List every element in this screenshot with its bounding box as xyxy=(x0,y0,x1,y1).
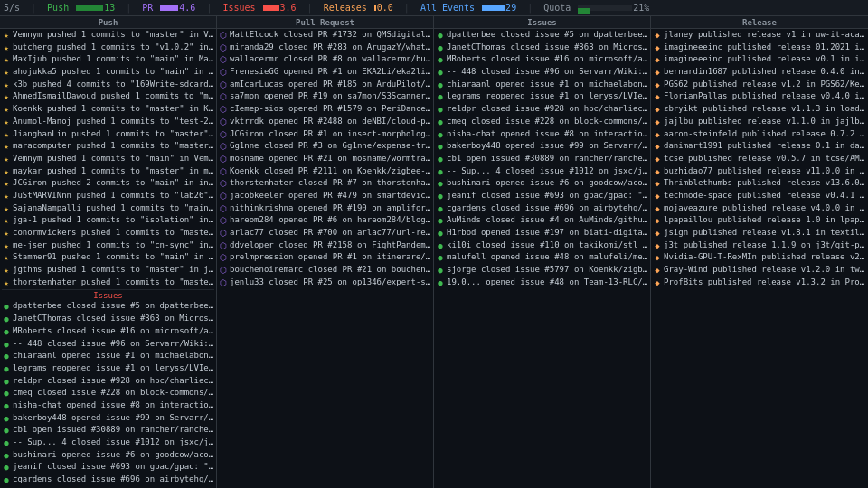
item-icon: ★ xyxy=(2,31,11,42)
list-item: ★JianghanLin pushed 1 commits to "master… xyxy=(2,129,214,141)
item-text: danimart1991 published release 0.1 in da… xyxy=(664,141,866,152)
item-icon: ● xyxy=(436,55,445,66)
releases-bar: 0.0 xyxy=(374,3,393,13)
item-text: Vemnym pushed 1 commits to "master" in V… xyxy=(13,30,214,41)
item-text: cgardens closed issue #696 on airbytehq/… xyxy=(13,474,214,485)
list-item: ●AuMinds closed issue #4 on AuMinds/gith… xyxy=(436,215,648,227)
item-icon: ★ xyxy=(2,167,11,178)
item-text: arlac77 closed PR #700 on arlac77/url-re… xyxy=(230,228,431,239)
item-text: Thrimblethumbs published release v13.6.0… xyxy=(664,178,866,189)
item-icon: ⬡ xyxy=(219,68,228,79)
all-events-label: All Events xyxy=(420,3,475,13)
item-icon: ● xyxy=(2,314,11,325)
item-icon: ● xyxy=(436,204,445,215)
item-text: chiaraanl opened issue #1 on michaelabon… xyxy=(447,80,648,90)
list-item: ●-- 448 closed issue #96 on Servarr/Wiki… xyxy=(2,339,214,351)
issues-label: Issues xyxy=(222,3,255,13)
item-icon: ● xyxy=(436,266,445,277)
list-item: ●JanetCThomas closed issue #363 on Micro… xyxy=(436,42,648,54)
item-text: ahojukka5 pushed 1 commits to "main" in … xyxy=(13,67,214,78)
item-text: conormvickers pushed 1 commits to "maste… xyxy=(13,228,214,239)
item-icon: ⬡ xyxy=(219,241,228,252)
list-item: ◆bernardin1687 published release 0.4.0 i… xyxy=(653,67,866,79)
list-item: ★k3b pushed 4 commits to "169Write-sdcar… xyxy=(2,80,214,91)
list-item: ★SajanaNampalli pushed 1 commits to "mai… xyxy=(2,203,214,215)
item-text: re1dpr closed issue #928 on hpc/charliec… xyxy=(13,376,214,387)
item-icon: ★ xyxy=(2,68,11,79)
item-icon: ◆ xyxy=(653,43,662,54)
quota-label: Quota xyxy=(543,3,571,13)
item-icon: ◆ xyxy=(653,253,662,264)
item-icon: ◆ xyxy=(653,204,662,215)
item-text: FrenesieGG opened PR #1 on EKA2Li/eka2li… xyxy=(230,67,431,78)
item-text: re1dpr closed issue #928 on hpc/charliec… xyxy=(447,104,648,115)
item-icon: ● xyxy=(2,364,11,375)
list-item: ◆buzhidao77 published release v11.0.0 in… xyxy=(653,166,866,178)
item-icon: ◆ xyxy=(653,92,662,103)
item-text: jeanif closed issue #693 on gpac/gpac: "… xyxy=(447,191,648,202)
push-bar: 13 xyxy=(76,3,115,13)
item-icon: ★ xyxy=(2,130,11,141)
list-item: ⬡jacobkeeler opened PR #479 on smartdevi… xyxy=(219,191,431,202)
item-icon: ● xyxy=(2,327,11,338)
list-item: ★JCGiron pushed 2 commits to "main" in i… xyxy=(2,178,214,190)
list-item: ●-- Sup... 4 closed issue #1012 on jsxc/… xyxy=(2,437,214,449)
list-item: ●cmeq closed issue #228 on block-commons… xyxy=(436,117,648,128)
item-text: bernardin1687 published release 0.4.0 in… xyxy=(664,67,866,78)
item-text: ddveloper closed PR #2158 on FightPandem… xyxy=(230,240,431,251)
list-item: ⬡amIcarLucas opened PR #185 on ArduPilot… xyxy=(219,80,431,91)
item-text: technode-space published release v0.4.1 … xyxy=(664,191,866,202)
item-icon: ⬡ xyxy=(219,266,228,277)
item-text: jacobkeeler opened PR #479 on smartdevic… xyxy=(230,191,431,202)
list-item: ★maracomputer pushed 1 commits to "maste… xyxy=(2,141,214,153)
item-text: AhmedIsmailDawoud pushed 1 commits to "m… xyxy=(13,91,214,102)
list-item: ⬡wallacermr closed PR #8 on wallacermr/b… xyxy=(219,54,431,66)
release-column: Release ◆jlaney published release v1 in … xyxy=(651,16,868,488)
item-icon: ● xyxy=(436,142,445,153)
item-icon: ◆ xyxy=(653,142,662,153)
list-item: ●jeanif closed issue #693 on gpac/gpac: … xyxy=(436,191,648,202)
list-item: ◆imagineeeinc published release v0.1 in … xyxy=(653,54,866,66)
item-text: bakerboy448 opened issue #99 on Servarr/… xyxy=(447,141,648,152)
item-icon: ● xyxy=(2,475,11,486)
item-text: jga-1 pushed 1 commits to "isolation" in… xyxy=(13,215,214,226)
list-item: ●re1dpr closed issue #928 on hpc/charlie… xyxy=(2,376,214,388)
item-text: Stammer91 pushed 1 commits to "main" in … xyxy=(13,252,214,263)
quota-value: 21% xyxy=(633,3,649,13)
item-icon: ⬡ xyxy=(219,253,228,264)
item-text: -- 448 closed issue #96 on Servarr/Wiki:… xyxy=(447,67,648,78)
list-item: ★conormvickers pushed 1 commits to "mast… xyxy=(2,228,214,239)
list-item: ●cb1 open issued #30889 on rancher/ranch… xyxy=(436,154,648,165)
item-icon: ● xyxy=(2,438,11,449)
list-item: ⬡miranda29 closed PR #283 on ArugazY/wha… xyxy=(219,42,431,54)
list-item: ◆mojaveazure published release v4.0.0 in… xyxy=(653,203,866,215)
item-text: chiaraanl opened issue #1 on michaelabon… xyxy=(13,351,214,361)
item-icon: ★ xyxy=(2,192,11,202)
list-item: ●JanetCThomas closed issue #363 on Micro… xyxy=(2,314,214,325)
list-item: ⬡hareom284 opened PR #6 on hareom284/blo… xyxy=(219,215,431,227)
item-icon: ● xyxy=(2,463,11,474)
list-item: ●re1dpr closed issue #928 on hpc/charlie… xyxy=(436,104,648,116)
list-item: ●MRoberts closed issue #16 on microsoft/… xyxy=(436,54,648,66)
item-text: Anumol-Manoj pushed 1 commits to "test-2… xyxy=(13,117,214,127)
item-icon: ★ xyxy=(2,117,11,128)
item-text: nisha-chat opened issue #8 on interactio… xyxy=(13,400,214,411)
item-icon: ⬡ xyxy=(219,229,228,239)
list-item: ●cgardens closed issue #696 on airbytehq… xyxy=(2,474,214,486)
item-icon: ◆ xyxy=(653,229,662,239)
issues-bar: 3.6 xyxy=(263,3,297,13)
item-icon: ● xyxy=(436,117,445,128)
item-icon: ● xyxy=(2,451,11,462)
issues-column-header: Issues xyxy=(434,16,650,29)
item-text: buzhidao77 published release v11.0.0 in … xyxy=(664,166,866,177)
item-text: Koenkk closed PR #2111 on Koenkk/zigbee-… xyxy=(230,166,431,177)
item-icon: ⬡ xyxy=(219,216,228,227)
item-text: Vemnym pushed 1 commits to "main" in Vem… xyxy=(13,154,214,164)
item-text: me-jser pushed 1 commits to "cn-sync" in… xyxy=(13,240,214,251)
item-text: PGS62 published release v1.2 in PGS62/Ke… xyxy=(664,80,866,90)
item-icon: ⬡ xyxy=(219,142,228,153)
release-column-header: Release xyxy=(651,16,868,29)
item-text: sa7mon opened PR #19 on sa7mon/S3Scanner… xyxy=(230,91,431,102)
list-item: ⬡nithinkrishna opened PR #190 on amplifo… xyxy=(219,203,431,215)
item-text: prelmpression opened PR #1 on itinerare/… xyxy=(230,252,431,263)
